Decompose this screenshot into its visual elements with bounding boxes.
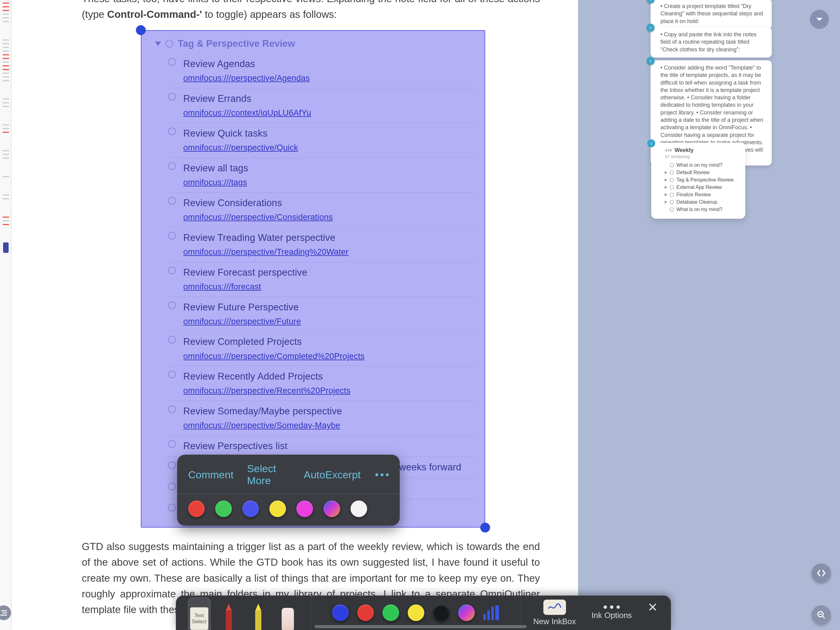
document-page[interactable]: These tasks, too, have links to their re… xyxy=(12,0,578,630)
highlight-color-rainbow[interactable] xyxy=(324,500,340,517)
highlight-color-white[interactable] xyxy=(351,500,367,517)
collapse-chevron-button[interactable] xyxy=(810,10,829,29)
task-title: Review Errands xyxy=(183,91,476,106)
task-title: Review Recently Added Projects xyxy=(183,369,476,384)
weekly-review-card[interactable]: ‹ Weekly 37 remaining What is on my mind… xyxy=(651,143,745,219)
task-title: Review Someday/Maybe perspective xyxy=(183,404,476,419)
note-link-badge-icon: ‹ xyxy=(647,24,655,32)
popup-comment-button[interactable]: Comment xyxy=(188,469,234,481)
weekly-row-label: Tag & Perspective Review xyxy=(676,177,734,183)
popup-autoexcerpt-button[interactable]: AutoExcerpt xyxy=(304,469,361,481)
pan-arrows-icon xyxy=(816,568,826,578)
ink-toolbar-scrollbar[interactable] xyxy=(314,625,527,628)
eraser-tool[interactable] xyxy=(276,602,299,630)
selection-task-row: Review Considerationsomnifocus:///perspe… xyxy=(168,193,476,227)
task-status-circle-icon xyxy=(168,93,176,101)
task-status-circle-icon xyxy=(168,197,176,205)
side-note-2-text: • Copy and paste the link into the notes… xyxy=(660,32,757,52)
project-squiggle-icon xyxy=(665,149,672,152)
selection-task-row: Review Agendasomnifocus:///perspective/A… xyxy=(168,54,476,88)
highlighter-icon xyxy=(254,603,262,630)
task-link[interactable]: omnifocus:///forecast xyxy=(183,280,476,293)
task-title: Review Completed Projects xyxy=(183,334,476,349)
highlight-color-yellow[interactable] xyxy=(269,500,286,517)
close-ink-toolbar-button[interactable]: ✕ xyxy=(647,601,658,625)
note-link-badge-icon: ‹ xyxy=(647,0,655,3)
selection-task-row: Review Recently Added Projectsomnifocus:… xyxy=(168,366,476,401)
highlight-color-green[interactable] xyxy=(215,500,232,517)
weekly-row[interactable]: Default Review xyxy=(665,169,741,176)
task-title: Review Considerations xyxy=(183,196,476,211)
close-icon: ✕ xyxy=(647,601,658,613)
disclosure-right-icon xyxy=(665,193,667,196)
ink-options-label: Ink Options xyxy=(592,611,632,620)
side-note-1[interactable]: ‹ • Create a project template titled "Dr… xyxy=(651,0,772,29)
disclosure-right-icon xyxy=(665,186,667,189)
task-link[interactable]: omnifocus:///perspective/Considerations xyxy=(183,211,476,224)
task-link[interactable]: omnifocus:///perspective/Quick xyxy=(183,141,476,154)
highlight-color-blue[interactable] xyxy=(242,500,259,517)
new-inkbox-label: New InkBox xyxy=(533,617,576,626)
task-status-circle-icon xyxy=(168,232,176,240)
disclosure-right-icon xyxy=(665,201,667,204)
ink-color-black[interactable] xyxy=(433,605,450,621)
note-link-badge-icon: ‹ xyxy=(647,139,655,147)
task-status-circle-icon xyxy=(168,127,176,135)
popup-more-icon[interactable] xyxy=(376,473,388,476)
selection-header-row: Tag & Perspective Review xyxy=(155,36,476,54)
stroke-width-icon[interactable] xyxy=(483,605,499,620)
task-link[interactable]: omnifocus:///perspective/Future xyxy=(183,315,476,328)
highlight-color-magenta[interactable] xyxy=(297,500,313,517)
task-link[interactable]: omnifocus:///perspective/Completed%20Pro… xyxy=(183,350,476,363)
note-link-badge-icon: ‹ xyxy=(647,57,655,65)
selection-handle-bottom-right[interactable] xyxy=(480,522,490,532)
weekly-row[interactable]: Finalize Review xyxy=(665,191,741,198)
page-thumbnail-rail[interactable] xyxy=(0,0,12,630)
ink-color-red[interactable] xyxy=(357,605,374,621)
highlighter-tool[interactable] xyxy=(247,602,270,630)
task-status-circle-icon xyxy=(168,370,176,378)
task-status-circle-icon xyxy=(168,440,176,448)
text-select-tool[interactable]: Text Select xyxy=(188,597,211,630)
ink-color-rainbow[interactable] xyxy=(458,605,475,621)
side-note-2[interactable]: ‹ • Copy and paste the link into the not… xyxy=(651,27,772,57)
weekly-row[interactable]: Database Cleanup xyxy=(665,198,741,206)
ink-color-blue[interactable] xyxy=(332,605,349,621)
task-link[interactable]: omnifocus:///context/iqUpLU6AfYu xyxy=(183,107,476,120)
pen-icon xyxy=(224,603,233,630)
highlight-color-red[interactable] xyxy=(188,500,205,517)
weekly-remaining: 37 remaining xyxy=(665,154,741,159)
popup-color-row xyxy=(188,500,388,517)
ink-color-green[interactable] xyxy=(382,605,399,621)
task-link[interactable]: omnifocus:///perspective/Treading%20Wate… xyxy=(183,246,476,259)
weekly-row[interactable]: External App Review xyxy=(665,184,741,191)
notes-mindmap-pane[interactable]: ‹ • Create a project template titled "Dr… xyxy=(578,0,840,630)
selection-task-row: Review Future Perspectiveomnifocus:///pe… xyxy=(168,297,476,332)
task-status-circle-icon xyxy=(669,185,674,190)
weekly-row[interactable]: Tag & Perspective Review xyxy=(665,176,741,184)
task-link[interactable]: omnifocus:///perspective/Agendas xyxy=(183,72,476,85)
new-inkbox-button[interactable]: New InkBox xyxy=(533,600,576,626)
intro-paragraph: These tasks, too, have links to their re… xyxy=(82,0,540,22)
selection-task-row: Review Errandsomnifocus:///context/iqUpL… xyxy=(168,88,476,123)
task-title: Review Perspectives list xyxy=(183,438,476,453)
eraser-icon xyxy=(282,608,294,630)
weekly-row-label: External App Review xyxy=(676,185,722,190)
selected-region[interactable]: Tag & Perspective Review Review Agendaso… xyxy=(141,30,485,527)
text-select-label-2: Select xyxy=(192,619,206,625)
selection-header-title: Tag & Perspective Review xyxy=(178,36,295,51)
popup-select-more-button[interactable]: Select More xyxy=(247,463,290,487)
selection-task-row: Review Treading Water perspectiveomnifoc… xyxy=(168,227,476,262)
ink-options-button[interactable]: Ink Options xyxy=(592,605,632,620)
task-link[interactable]: omnifocus:///perspective/Recent%20Projec… xyxy=(183,385,476,397)
task-title: Review all tags xyxy=(183,161,476,176)
zoom-out-button[interactable] xyxy=(812,605,831,624)
task-link[interactable]: omnifocus:///tags xyxy=(183,176,476,189)
task-link[interactable]: omnifocus:///perspective/Someday-Maybe xyxy=(183,419,476,432)
pan-mode-button[interactable] xyxy=(812,564,831,583)
red-pen-tool[interactable] xyxy=(217,602,240,630)
task-title: Review Future Perspective xyxy=(183,300,476,315)
ink-color-yellow[interactable] xyxy=(408,605,424,621)
tool-segment: Text Select xyxy=(176,595,311,630)
disclosure-triangle-icon xyxy=(155,41,161,46)
